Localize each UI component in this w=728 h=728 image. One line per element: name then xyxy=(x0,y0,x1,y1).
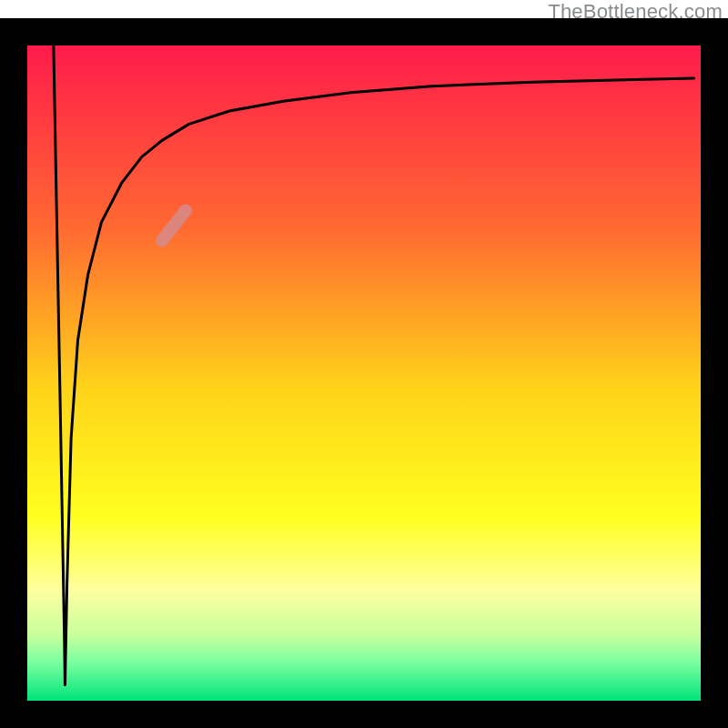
watermark-text: TheBottleneck.com xyxy=(548,0,723,24)
gradient-background xyxy=(27,46,701,701)
bottleneck-chart xyxy=(0,0,728,728)
chart-stage: TheBottleneck.com xyxy=(0,0,728,728)
